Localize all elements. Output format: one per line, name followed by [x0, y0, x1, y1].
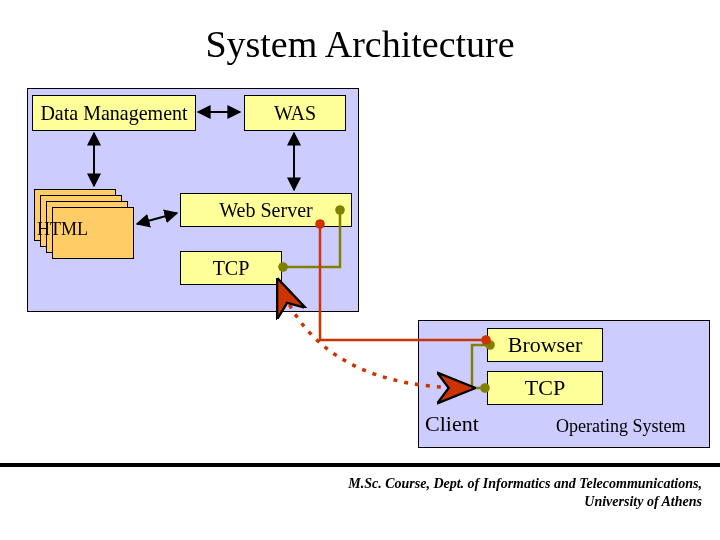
server-tcp-box: TCP: [180, 251, 282, 285]
web-server-label: Web Server: [219, 199, 312, 222]
footer-line1: M.Sc. Course, Dept. of Informatics and T…: [348, 475, 702, 493]
client-tcp-label: TCP: [525, 375, 565, 401]
data-management-box: Data Management: [32, 95, 196, 131]
client-tcp-box: TCP: [487, 371, 603, 405]
footer-line2: University of Athens: [348, 493, 702, 511]
web-server-box: Web Server: [180, 193, 352, 227]
data-management-label: Data Management: [40, 102, 187, 125]
was-box: WAS: [244, 95, 346, 131]
client-label: Client: [425, 411, 479, 437]
page-title: System Architecture: [0, 22, 720, 66]
footer-divider: [0, 463, 720, 467]
browser-box: Browser: [487, 328, 603, 362]
footer-text: M.Sc. Course, Dept. of Informatics and T…: [348, 475, 702, 510]
html-stack-label: HTML: [37, 219, 88, 240]
was-label: WAS: [274, 102, 316, 125]
operating-system-label: Operating System: [556, 416, 685, 437]
server-tcp-label: TCP: [213, 257, 250, 280]
browser-label: Browser: [508, 332, 583, 358]
